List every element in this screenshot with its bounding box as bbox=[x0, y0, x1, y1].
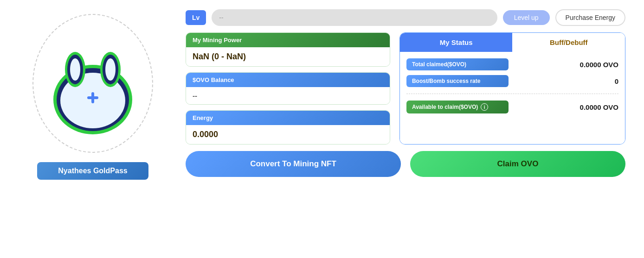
mining-power-card: My Mining Power NaN (0 - NaN) bbox=[186, 32, 390, 67]
character-wrapper bbox=[28, 9, 158, 157]
character-avatar bbox=[42, 28, 144, 139]
available-claim-label: Available to claim($OVO) i bbox=[406, 101, 509, 113]
xp-bar: -- bbox=[212, 9, 497, 26]
status-body: Total claimed($OVO) 0.0000 OVO Boost/Bom… bbox=[400, 52, 625, 144]
total-claimed-row: Total claimed($OVO) 0.0000 OVO bbox=[406, 58, 618, 70]
energy-card: Energy 0.0000 bbox=[186, 110, 390, 145]
ovo-balance-card: $OVO Balance -- bbox=[186, 72, 390, 105]
svg-point-8 bbox=[105, 58, 116, 81]
divider bbox=[406, 94, 618, 94]
total-claimed-label: Total claimed($OVO) bbox=[406, 58, 509, 70]
claim-button[interactable]: Claim OVO bbox=[410, 151, 625, 177]
available-claim-label-text: Available to claim($OVO) bbox=[412, 104, 478, 110]
ovo-balance-header: $OVO Balance bbox=[186, 73, 390, 87]
available-claim-value: 0.0000 OVO bbox=[580, 103, 618, 111]
purchase-energy-button[interactable]: Purchase Energy bbox=[555, 9, 625, 26]
middle-content: My Mining Power NaN (0 - NaN) $OVO Balan… bbox=[186, 32, 625, 145]
top-bar: Lv -- Level up Purchase Energy bbox=[186, 9, 625, 26]
mining-power-body: NaN (0 - NaN) bbox=[186, 47, 390, 66]
energy-value: 0.0000 bbox=[193, 130, 383, 139]
mining-power-value: NaN (0 - NaN) bbox=[193, 52, 383, 62]
ovo-balance-body: -- bbox=[186, 87, 390, 104]
energy-body: 0.0000 bbox=[186, 125, 390, 144]
convert-button[interactable]: Convert To Mining NFT bbox=[186, 151, 401, 177]
bottom-buttons: Convert To Mining NFT Claim OVO bbox=[186, 151, 625, 177]
lv-badge: Lv bbox=[186, 10, 206, 25]
energy-header: Energy bbox=[186, 111, 390, 125]
boost-bomb-label: Boost/Bomb success rate bbox=[406, 75, 509, 87]
boost-bomb-value: 0 bbox=[615, 77, 618, 85]
level-up-button[interactable]: Level up bbox=[503, 10, 550, 25]
character-label: Nyathees GoldPass bbox=[37, 162, 148, 180]
info-icon: i bbox=[481, 103, 488, 111]
character-section: Nyathees GoldPass bbox=[19, 9, 167, 180]
svg-rect-10 bbox=[91, 92, 94, 103]
available-claim-row: Available to claim($OVO) i 0.0000 OVO bbox=[406, 101, 618, 113]
main-container: Nyathees GoldPass Lv -- Level up Purchas… bbox=[0, 0, 644, 258]
boost-bomb-row: Boost/Bomb success rate 0 bbox=[406, 75, 618, 87]
total-claimed-value: 0.0000 OVO bbox=[580, 61, 618, 69]
tab-my-status[interactable]: My Status bbox=[400, 33, 513, 52]
stats-panel: My Mining Power NaN (0 - NaN) $OVO Balan… bbox=[186, 32, 390, 145]
status-panel: My Status Buff/Debuff Total claimed($OVO… bbox=[399, 32, 625, 145]
right-section: Lv -- Level up Purchase Energy My Mining… bbox=[186, 9, 625, 177]
status-tabs: My Status Buff/Debuff bbox=[400, 33, 625, 52]
xp-value: -- bbox=[219, 14, 223, 21]
mining-power-header: My Mining Power bbox=[186, 33, 390, 47]
svg-point-5 bbox=[70, 58, 80, 81]
ovo-balance-value: -- bbox=[193, 92, 383, 100]
tab-buff-debuff[interactable]: Buff/Debuff bbox=[512, 33, 625, 52]
